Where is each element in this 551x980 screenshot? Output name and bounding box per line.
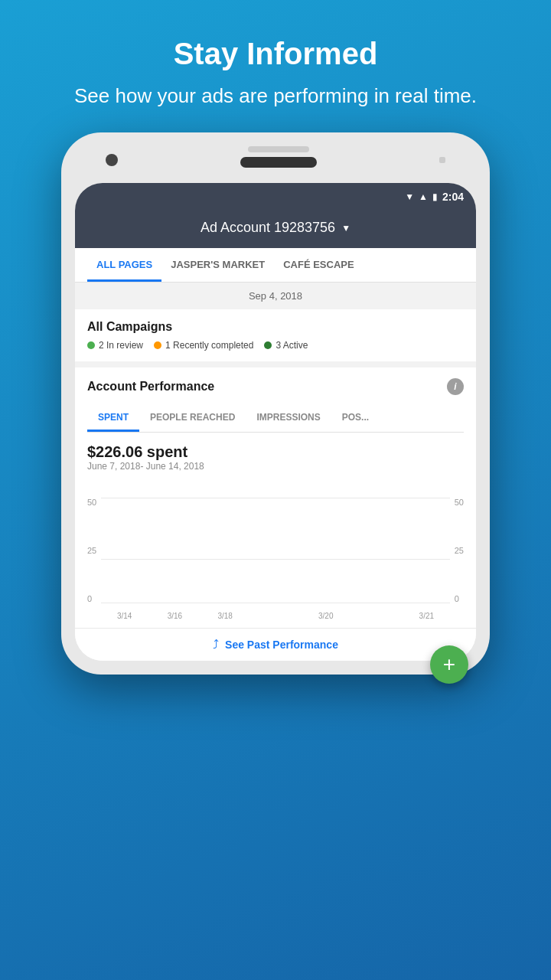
hero-section: Stay Informed See how your ads are perfo… xyxy=(28,0,523,132)
spent-amount: $226.06 spent xyxy=(87,443,464,461)
fab-button[interactable]: + xyxy=(430,645,468,684)
perf-tab-impressions[interactable]: IMPRESSIONS xyxy=(246,404,331,432)
status-time: 2:04 xyxy=(442,191,464,203)
fab-plus-icon: + xyxy=(443,654,455,675)
signal-icon: ▲ xyxy=(419,191,428,202)
badge-in-review: 2 In review xyxy=(87,340,143,351)
campaigns-section: All Campaigns 2 In review 1 Recently com… xyxy=(75,309,476,368)
tab-jaspers-market[interactable]: JASPER'S MARKET xyxy=(161,248,274,282)
perf-tab-spent[interactable]: SPENT xyxy=(87,404,139,432)
campaigns-title: All Campaigns xyxy=(87,320,464,334)
hero-title: Stay Informed xyxy=(74,37,477,71)
x-label-3: 3/18 xyxy=(202,612,249,620)
dropdown-arrow-icon: ▼ xyxy=(341,223,350,234)
phone-shell: ▼ ▲ ▮ 2:04 Ad Account 19283756 ▼ ALL PAG… xyxy=(61,132,490,675)
x-label-2: 3/16 xyxy=(152,612,198,620)
past-performance-label: See Past Performance xyxy=(225,639,338,651)
x-label-5: 3/20 xyxy=(302,612,349,620)
battery-icon: ▮ xyxy=(432,191,438,202)
date-bar: Sep 4, 2018 xyxy=(75,283,476,309)
account-performance-section: Account Performance i SPENT PEOPLE REACH… xyxy=(75,368,476,433)
phone-top xyxy=(75,146,476,183)
account-title: Ad Account 19283756 xyxy=(201,220,335,236)
y-label-bot-left: 0 xyxy=(87,594,96,603)
campaign-badges: 2 In review 1 Recently completed 3 Activ… xyxy=(87,340,464,351)
spent-date-range: June 7, 2018- June 14, 2018 xyxy=(87,461,464,472)
account-selector[interactable]: Ad Account 19283756 ▼ xyxy=(90,220,461,236)
selected-date: Sep 4, 2018 xyxy=(249,290,302,302)
bar-chart: 50 25 0 xyxy=(87,482,464,620)
status-bar: ▼ ▲ ▮ 2:04 xyxy=(75,183,476,211)
in-review-dot xyxy=(87,341,95,349)
phone-speaker xyxy=(248,146,309,152)
info-icon[interactable]: i xyxy=(447,378,464,395)
phone-speaker-bar xyxy=(240,157,317,168)
phone-camera xyxy=(106,154,118,166)
y-label-top-left: 50 xyxy=(87,498,96,507)
x-label-7: 3/21 xyxy=(403,612,450,620)
x-label-6 xyxy=(353,612,399,620)
wifi-icon: ▼ xyxy=(405,191,414,202)
badge-recently-completed: 1 Recently completed xyxy=(154,340,253,351)
perf-tab-people-reached[interactable]: PEOPLE REACHED xyxy=(139,404,246,432)
app-header[interactable]: Ad Account 19283756 ▼ xyxy=(75,211,476,248)
page-tabs: ALL PAGES JASPER'S MARKET CAFÉ ESCAPE xyxy=(75,248,476,283)
recently-completed-dot xyxy=(154,341,161,349)
performance-tabs: SPENT PEOPLE REACHED IMPRESSIONS POS... xyxy=(87,404,464,433)
active-dot xyxy=(264,341,272,349)
perf-tab-post[interactable]: POS... xyxy=(331,404,380,432)
see-past-performance-link[interactable]: ⤴ See Past Performance xyxy=(75,628,476,661)
phone-volume-btn xyxy=(439,157,445,163)
y-label-top-right: 50 xyxy=(455,498,464,507)
x-label-1: 3/14 xyxy=(101,612,148,620)
x-label-4 xyxy=(253,612,299,620)
active-count: 3 Active xyxy=(276,340,308,351)
hero-subtitle: See how your ads are performing in real … xyxy=(74,82,477,109)
y-label-mid-right: 25 xyxy=(455,546,464,555)
past-performance-icon: ⤴ xyxy=(213,638,219,652)
performance-title: Account Performance xyxy=(87,380,214,394)
performance-header: Account Performance i xyxy=(87,378,464,395)
recently-completed-count: 1 Recently completed xyxy=(165,340,253,351)
tab-cafe-escape[interactable]: CAFÉ ESCAPE xyxy=(274,248,363,282)
tab-all-pages[interactable]: ALL PAGES xyxy=(87,248,161,282)
y-label-mid-left: 25 xyxy=(87,546,96,555)
in-review-count: 2 In review xyxy=(99,340,143,351)
chart-section: $226.06 spent June 7, 2018- June 14, 201… xyxy=(75,433,476,628)
phone-screen: ▼ ▲ ▮ 2:04 Ad Account 19283756 ▼ ALL PAG… xyxy=(75,183,476,661)
badge-active: 3 Active xyxy=(264,340,308,351)
y-label-bot-right: 0 xyxy=(455,594,464,603)
